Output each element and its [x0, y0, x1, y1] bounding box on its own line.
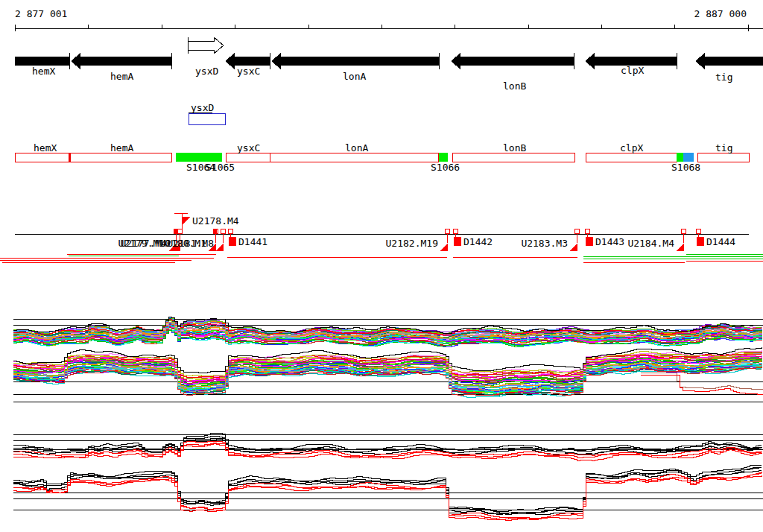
down-flag-square	[696, 229, 700, 233]
up-flag-label-U2183.M3: U2183.M3	[521, 238, 568, 249]
gene-label-tig: tig	[715, 72, 732, 83]
up-flag-label-U2181.M8: U2181.M8	[167, 238, 214, 249]
down-flag-D1443[interactable]	[586, 237, 593, 246]
up-flag-U2181.M8[interactable]	[215, 243, 224, 251]
flag-U2178.M4[interactable]	[183, 217, 191, 224]
down-flag-square	[453, 229, 458, 233]
up-flag-square	[177, 229, 182, 233]
segment-box[interactable]	[270, 153, 438, 162]
gene-arrow-lonA[interactable]	[271, 53, 439, 69]
segment-fill-S1066[interactable]	[439, 153, 448, 162]
s-number-label-S1065: S1065	[206, 162, 235, 173]
gene-label-hemA: hemA	[110, 71, 133, 82]
segment-box[interactable]	[586, 153, 677, 162]
segment-box[interactable]	[697, 153, 749, 162]
gene-label-hemX: hemX	[32, 66, 55, 77]
down-flag-square	[585, 229, 589, 233]
gene-arrow-hemA[interactable]	[71, 53, 171, 69]
profile-trace	[13, 473, 762, 520]
s-number-label-S1068: S1068	[671, 162, 700, 173]
segment-box[interactable]	[15, 153, 171, 162]
misc-feature-box-ysxD[interactable]	[189, 113, 225, 124]
gene-label-lonB: lonB	[503, 80, 526, 92]
scene-svg: hemXhemAysxDysxClonAlonBclpXtigysxDhemXh…	[0, 0, 763, 532]
segment-label-tig: tig	[715, 142, 732, 153]
profile-trace	[13, 472, 762, 518]
segment-label-hemA: hemA	[110, 142, 133, 153]
down-flag-D1441[interactable]	[229, 237, 236, 246]
segment-label-lonB: lonB	[503, 142, 526, 153]
segment-box-divider	[69, 153, 71, 162]
gene-arrow-ysxD[interactable]	[188, 37, 224, 54]
down-flag-D1444[interactable]	[697, 237, 704, 246]
gene-arrow-tig[interactable]	[695, 53, 763, 69]
gene-label-ysxD: ysxD	[195, 66, 218, 77]
down-flag-D1442[interactable]	[454, 237, 461, 246]
up-flag-label-U2184.M4: U2184.M4	[627, 238, 674, 249]
up-flag-label-U2182.M19: U2182.M19	[386, 238, 438, 249]
gene-arrow-lonB[interactable]	[451, 53, 574, 69]
marker-square	[174, 229, 177, 234]
up-flag-U2182.M19[interactable]	[440, 243, 448, 251]
up-flag-U2183.M3[interactable]	[569, 243, 577, 251]
down-flag-label-D1444: D1444	[706, 236, 735, 247]
segment-box[interactable]	[452, 153, 574, 162]
up-flag-square	[445, 229, 449, 233]
profile-trace	[13, 465, 762, 511]
segment-label-clpX: clpX	[620, 142, 643, 153]
gene-label-ysxC: ysxC	[237, 66, 260, 77]
marker-square	[213, 229, 217, 234]
down-flag-square	[228, 229, 232, 233]
up-flag-U2184.M4[interactable]	[676, 243, 684, 251]
gene-label-clpX: clpX	[621, 65, 644, 76]
down-flag-label-D1443: D1443	[595, 236, 624, 247]
segment-label-hemX: hemX	[34, 142, 57, 153]
segment-box[interactable]	[226, 153, 270, 162]
segment-fill-S1064/S1065[interactable]	[176, 153, 222, 162]
up-flag-square	[221, 229, 225, 233]
flag-label-U2178.M4: U2178.M4	[192, 215, 239, 227]
down-flag-label-D1441: D1441	[238, 236, 267, 247]
up-flag-square	[574, 229, 579, 233]
genome-browser-canvas: 2 877 001 2 887 000 hemXhemAysxDysxClonA…	[0, 0, 763, 532]
profile-trace	[13, 467, 762, 513]
segment-fill-S1068[interactable]	[683, 153, 694, 162]
up-flag-square	[681, 229, 686, 233]
segment-fill-S1068[interactable]	[677, 153, 683, 162]
segment-label-ysxC: ysxC	[237, 142, 260, 153]
down-flag-label-D1442: D1442	[463, 236, 493, 247]
misc-feature-label: ysxD	[191, 102, 214, 113]
gene-arrow-hemX[interactable]	[15, 57, 69, 66]
segment-label-lonA: lonA	[345, 142, 368, 153]
profile-extra-trace	[641, 375, 763, 394]
s-number-label-S1066: S1066	[431, 162, 460, 173]
gene-label-lonA: lonA	[343, 71, 366, 82]
